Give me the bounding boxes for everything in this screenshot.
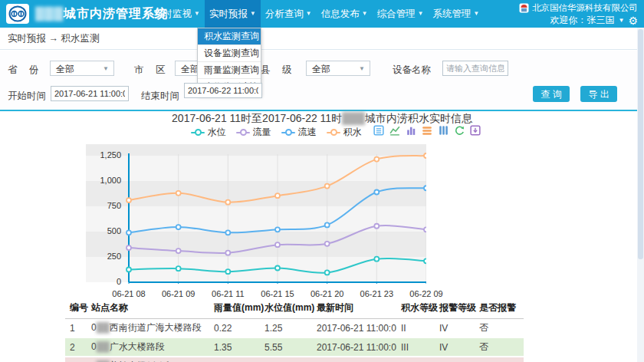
data-point[interactable] <box>374 224 379 229</box>
data-view-icon[interactable] <box>373 124 385 140</box>
dropdown-item[interactable]: 积水监测查询 <box>198 28 261 45</box>
data-point[interactable] <box>176 248 181 253</box>
data-point[interactable] <box>275 242 280 247</box>
line-chart-icon[interactable] <box>389 124 401 140</box>
settings-gear-icon[interactable]: ⚙ <box>628 15 638 26</box>
data-point[interactable] <box>374 157 379 162</box>
legend-label: 水位 <box>208 126 226 139</box>
nav-item[interactable]: 实时监视▼ <box>149 0 205 28</box>
data-point[interactable] <box>225 200 230 205</box>
nav-item-label: 实时监视 <box>153 8 192 19</box>
y-axis-tick-label: 250 <box>86 252 121 261</box>
nav-item-label: 综合管理 <box>377 8 416 19</box>
table-header-cell: 积水等级 <box>396 298 435 319</box>
data-point[interactable] <box>127 230 131 235</box>
data-point[interactable] <box>225 230 230 235</box>
legend-item[interactable]: 水位 <box>191 126 226 139</box>
cell-station-name: 0██西南街道广海大楼路段 <box>87 319 209 338</box>
nav-item[interactable]: 信息发布▼ <box>317 0 373 28</box>
data-point[interactable] <box>275 266 280 271</box>
data-point[interactable] <box>225 269 230 274</box>
cell-alarm-level: IV <box>435 337 475 357</box>
chart-title: 2017-06-21 11时至2017-06-22 11时███城市内涝积水实时… <box>0 112 644 126</box>
top-header: ███城市内涝管理系统 实时监视▼实时预报▼分析查询▼信息发布▼综合管理▼系统管… <box>0 0 644 28</box>
data-point[interactable] <box>127 268 131 272</box>
legend-label: 流量 <box>253 126 271 139</box>
bar-chart-icon[interactable] <box>405 124 417 140</box>
start-time-input[interactable] <box>51 86 129 101</box>
end-time-label: 结束时间 <box>141 90 179 103</box>
legend-item[interactable]: 流速 <box>281 126 317 139</box>
cell-flood-level: II <box>396 319 435 338</box>
x-axis-tick-label: 06-21 20 <box>303 289 352 298</box>
censored-text: ██ <box>97 323 110 332</box>
cell-latest-time: 2017-06-21 11:00:00 <box>312 319 396 338</box>
scrollbar-thumb[interactable] <box>638 29 643 259</box>
data-point[interactable] <box>325 242 330 246</box>
legend-item[interactable]: 积水 <box>327 126 362 139</box>
nav-item[interactable]: 系统管理▼ <box>429 0 485 28</box>
chevron-down-icon: ▼ <box>194 10 200 17</box>
province-select[interactable]: 全部▼ <box>50 61 114 76</box>
nav-item[interactable]: 分析查询▼ <box>261 0 317 28</box>
dropdown-item[interactable]: 雨量监测查询 <box>198 62 261 79</box>
chevron-down-icon: ▼ <box>359 61 365 77</box>
data-point[interactable] <box>424 258 426 263</box>
data-point[interactable] <box>325 270 330 275</box>
welcome-user[interactable]: 欢迎你：张三国 <box>550 14 615 27</box>
cell-latest-time: 2017-06-21 11:00:00 <box>312 357 396 362</box>
dropdown-item[interactable]: 设备监测查询 <box>198 45 261 62</box>
data-point[interactable] <box>275 193 280 198</box>
device-name-input[interactable] <box>442 61 508 76</box>
chevron-down-icon: ▼ <box>418 10 424 17</box>
data-point[interactable] <box>275 227 280 232</box>
data-point[interactable] <box>325 184 330 189</box>
province-label: 省 份 <box>8 64 38 77</box>
data-point[interactable] <box>176 191 181 196</box>
legend-label: 积水 <box>343 126 362 139</box>
county-select[interactable]: 全部▼ <box>306 61 370 76</box>
legend-label: 流速 <box>298 126 317 139</box>
data-point[interactable] <box>374 257 379 262</box>
export-button[interactable]: 导 出 <box>580 86 617 102</box>
legend-marker-icon <box>236 129 250 136</box>
app-logo-icon <box>6 4 29 24</box>
data-point[interactable] <box>127 198 131 202</box>
data-point[interactable] <box>424 227 426 232</box>
data-point[interactable] <box>325 222 330 227</box>
chevron-down-icon: ▼ <box>362 10 368 17</box>
table-header-cell: 雨量值(mm) <box>209 298 260 319</box>
chevron-down-icon: ▼ <box>474 10 480 17</box>
data-point[interactable] <box>374 190 379 195</box>
station-table: 编号站点名称雨量值(mm)水位值(mm)最新时间积水等级报警等级是否报警 10█… <box>65 298 524 362</box>
table-header-row: 编号站点名称雨量值(mm)水位值(mm)最新时间积水等级报警等级是否报警 <box>65 298 524 319</box>
start-time-label: 开始时间 <box>8 90 46 103</box>
end-time-input[interactable] <box>184 83 262 98</box>
y-axis-tick-label: 1,000 <box>86 176 121 185</box>
censored-text: ██ <box>97 342 110 351</box>
query-button[interactable]: 查 询 <box>533 86 570 102</box>
save-image-icon[interactable] <box>469 124 481 140</box>
data-point[interactable] <box>424 186 426 190</box>
data-point[interactable] <box>225 251 230 255</box>
data-point[interactable] <box>127 245 131 250</box>
cell-station-name: 0██美兰大楼侧路段 <box>87 357 209 362</box>
user-menu-caret-icon[interactable]: ▼ <box>619 14 625 27</box>
cell-rain-value: 1.35 <box>209 337 260 357</box>
nav-item[interactable]: 综合管理▼ <box>373 0 429 28</box>
data-point[interactable] <box>424 153 426 158</box>
cell-rain-value: 0.22 <box>209 319 260 338</box>
data-point[interactable] <box>176 266 181 271</box>
scrollbar-track[interactable] <box>637 28 644 362</box>
cell-is-alarm: 否 <box>475 319 524 338</box>
x-axis-tick-label: 06-22 09 <box>402 289 451 298</box>
legend-item[interactable]: 流量 <box>236 126 271 139</box>
cell-water-value: 5.55 <box>260 337 312 357</box>
chart-canvas[interactable] <box>86 144 426 284</box>
nav-item[interactable]: 实时预报▼ <box>205 0 261 28</box>
stack-icon[interactable] <box>421 124 433 140</box>
refresh-icon[interactable] <box>453 124 465 140</box>
data-point[interactable] <box>176 225 181 229</box>
tiled-icon[interactable] <box>437 124 449 140</box>
x-axis-tick-label: 06-21 08 <box>104 289 153 298</box>
